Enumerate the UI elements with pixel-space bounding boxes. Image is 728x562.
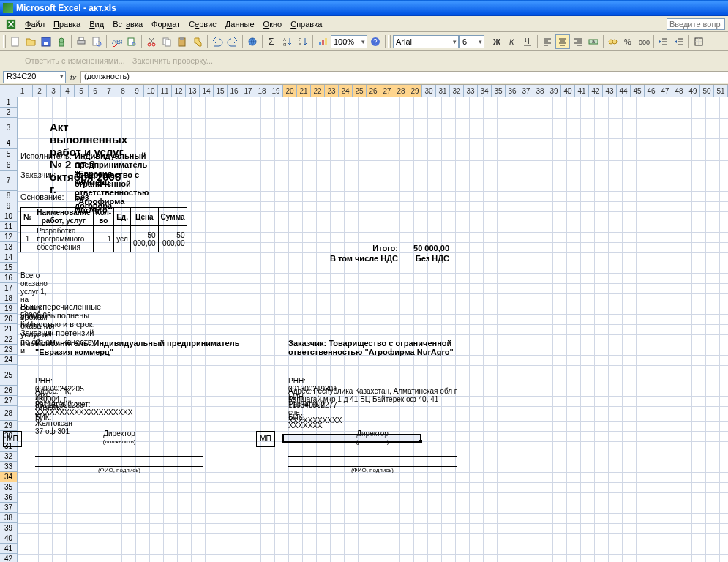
column-header[interactable]: 41 xyxy=(575,85,589,97)
column-header[interactable]: 29 xyxy=(408,85,422,97)
column-header[interactable]: 23 xyxy=(325,85,339,97)
column-header[interactable]: 48 xyxy=(672,85,686,97)
column-header[interactable]: 4 xyxy=(61,85,75,97)
row-header[interactable]: 17 xyxy=(0,283,18,293)
currency-icon[interactable] xyxy=(606,34,620,49)
autosum-icon[interactable]: Σ xyxy=(265,34,279,49)
row-header[interactable]: 8 xyxy=(0,191,18,201)
chart-icon[interactable] xyxy=(315,34,330,49)
row-header[interactable]: 40 xyxy=(0,533,18,544)
increase-indent-icon[interactable] xyxy=(672,34,686,49)
open-icon[interactable] xyxy=(23,34,38,49)
undo-icon[interactable] xyxy=(210,34,225,49)
column-header[interactable]: 36 xyxy=(506,85,519,97)
column-header[interactable]: 37 xyxy=(519,85,533,97)
column-header[interactable]: 1 xyxy=(12,85,33,97)
row-header[interactable]: 11 xyxy=(0,222,18,232)
column-header[interactable]: 11 xyxy=(158,85,172,97)
underline-icon[interactable]: Ч xyxy=(520,34,535,49)
row-header[interactable]: 14 xyxy=(0,252,18,263)
menu-insert[interactable]: Вставка xyxy=(108,18,147,30)
research-icon[interactable] xyxy=(124,34,139,49)
permission-icon[interactable] xyxy=(54,34,69,49)
percent-icon[interactable]: % xyxy=(621,34,636,49)
print-icon[interactable] xyxy=(74,34,89,49)
row-header[interactable]: 27 xyxy=(0,396,18,406)
zoom-combo[interactable]: 100% xyxy=(331,35,367,48)
name-box[interactable]: R34C20 xyxy=(3,71,66,83)
column-header[interactable]: 45 xyxy=(631,85,645,97)
sort-desc-icon[interactable]: ЯA xyxy=(296,34,310,49)
menu-edit[interactable]: Правка xyxy=(49,18,85,30)
fx-button[interactable]: fx xyxy=(66,73,80,82)
row-header[interactable]: 25 xyxy=(0,365,18,386)
worksheet[interactable]: 1234567891011121314151617181920212223242… xyxy=(0,85,728,562)
column-header[interactable]: 5 xyxy=(75,85,89,97)
row-header[interactable]: 16 xyxy=(0,273,18,283)
column-header[interactable]: 51 xyxy=(714,85,728,97)
column-header[interactable]: 43 xyxy=(603,85,617,97)
borders-icon[interactable] xyxy=(691,34,706,49)
help-search-input[interactable] xyxy=(667,18,725,30)
align-left-icon[interactable] xyxy=(540,34,555,49)
row-header[interactable]: 19 xyxy=(0,304,18,314)
row-header[interactable]: 42 xyxy=(0,554,18,562)
column-header[interactable]: 12 xyxy=(172,85,186,97)
row-header[interactable]: 5 xyxy=(0,149,18,160)
menu-help[interactable]: Справка xyxy=(286,18,326,30)
column-header[interactable]: 8 xyxy=(116,85,130,97)
comma-icon[interactable]: 000 xyxy=(637,34,651,49)
row-header[interactable]: 18 xyxy=(0,293,18,304)
row-header[interactable]: 13 xyxy=(0,242,18,252)
row-header[interactable]: 41 xyxy=(0,544,18,554)
column-header[interactable]: 17 xyxy=(241,85,255,97)
copy-icon[interactable] xyxy=(160,34,174,49)
row-header[interactable]: 20 xyxy=(0,314,18,324)
font-name-combo[interactable]: Arial xyxy=(393,35,459,48)
row-header[interactable]: 35 xyxy=(0,482,18,492)
row-header[interactable]: 32 xyxy=(0,452,18,462)
row-header[interactable]: 23 xyxy=(0,345,18,355)
column-header[interactable]: 42 xyxy=(589,85,603,97)
decrease-indent-icon[interactable] xyxy=(656,34,671,49)
row-header[interactable]: 15 xyxy=(0,263,18,273)
column-header[interactable]: 19 xyxy=(269,85,283,97)
row-header[interactable]: 9 xyxy=(0,201,18,211)
column-header[interactable]: 2 xyxy=(33,85,47,97)
row-header[interactable]: 4 xyxy=(0,138,18,149)
row-header[interactable]: 22 xyxy=(0,334,18,345)
help-icon[interactable]: ? xyxy=(368,34,383,49)
hyperlink-icon[interactable] xyxy=(245,34,260,49)
row-header[interactable]: 34 xyxy=(0,472,18,482)
column-header[interactable]: 10 xyxy=(144,85,158,97)
column-header[interactable]: 39 xyxy=(547,85,561,97)
menu-window[interactable]: Окно xyxy=(259,18,287,30)
select-all-corner[interactable] xyxy=(0,85,12,97)
row-header[interactable]: 1 xyxy=(0,97,18,108)
column-header[interactable]: 16 xyxy=(228,85,241,97)
column-header[interactable]: 3 xyxy=(47,85,61,97)
redo-icon[interactable] xyxy=(225,34,240,49)
row-header[interactable]: 10 xyxy=(0,211,18,222)
cells-area[interactable]: Акт выполненных работ и услуг № 2 от 9 о… xyxy=(18,97,728,562)
column-header[interactable]: 25 xyxy=(353,85,367,97)
align-right-icon[interactable] xyxy=(571,34,585,49)
cut-icon[interactable] xyxy=(144,34,159,49)
excel-control-icon[interactable] xyxy=(6,19,16,29)
column-header[interactable]: 38 xyxy=(533,85,547,97)
column-header[interactable]: 21 xyxy=(297,85,311,97)
toolbar-grip-2[interactable] xyxy=(388,35,391,48)
merge-icon[interactable]: a xyxy=(586,34,601,49)
italic-icon[interactable]: К xyxy=(505,34,519,49)
column-header[interactable]: 34 xyxy=(478,85,492,97)
column-header[interactable]: 26 xyxy=(367,85,380,97)
row-header[interactable]: 3 xyxy=(0,118,18,138)
column-header[interactable]: 44 xyxy=(617,85,631,97)
column-header[interactable]: 31 xyxy=(436,85,450,97)
bold-icon[interactable]: Ж xyxy=(489,34,504,49)
row-header[interactable]: 24 xyxy=(0,355,18,365)
column-header[interactable]: 46 xyxy=(645,85,658,97)
sort-asc-icon[interactable]: AЯ xyxy=(280,34,295,49)
column-header[interactable]: 30 xyxy=(422,85,436,97)
save-icon[interactable] xyxy=(39,34,53,49)
